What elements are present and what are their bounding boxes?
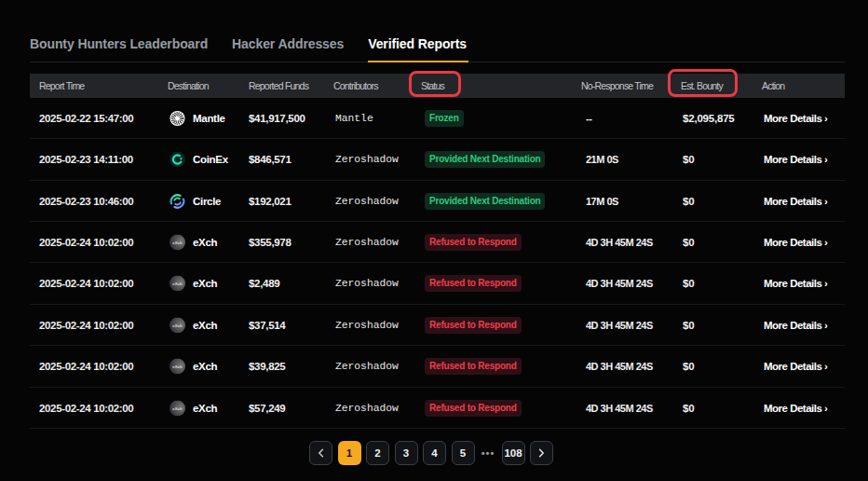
svg-text:eXch: eXch	[172, 364, 183, 369]
svg-text:eXch: eXch	[172, 405, 183, 410]
svg-text:eXch: eXch	[172, 323, 183, 327]
svg-text:eXch: eXch	[172, 240, 183, 244]
svg-text:eXch: eXch	[172, 282, 183, 286]
